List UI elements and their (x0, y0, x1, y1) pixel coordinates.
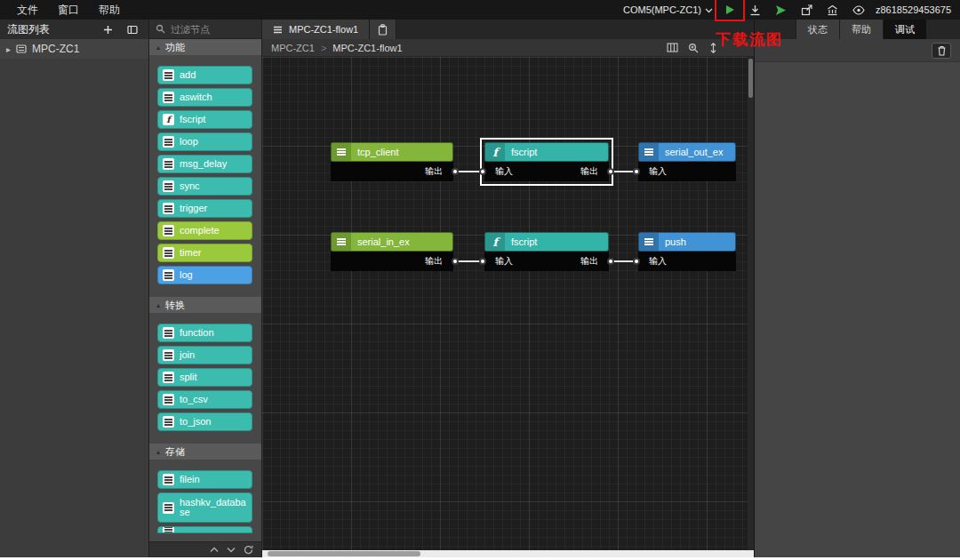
list-icon (639, 143, 659, 161)
output-port-label: 输出 (580, 165, 598, 178)
filter-nodes-input[interactable] (171, 24, 245, 35)
palette-node-fscript[interactable]: fscript (157, 110, 252, 129)
tab-label: MPC-ZC1-flow1 (289, 24, 358, 35)
add-flow-button[interactable] (99, 21, 116, 37)
user-id: z8618529453675 (876, 4, 951, 15)
palette-node-join[interactable]: join (157, 346, 252, 364)
input-port[interactable] (633, 258, 640, 265)
preview-button[interactable] (850, 2, 868, 18)
refresh-icon[interactable] (244, 545, 253, 555)
download-button[interactable] (747, 2, 764, 18)
export-button[interactable] (798, 2, 816, 18)
flow-node-serial_in_ex[interactable]: serial_in_ex输出 (331, 232, 453, 271)
zoom-in-icon[interactable] (688, 43, 699, 53)
palette-node-complete[interactable]: complete (157, 221, 252, 240)
palette-node-hashkv_database[interactable]: hashkv_database (157, 492, 252, 523)
palette-node-label: fscript (180, 115, 205, 124)
palette-node-label: loop (180, 137, 198, 147)
palette-search (149, 20, 261, 39)
palette-node-label: aswitch (180, 92, 212, 102)
flow-node-header: fscript (484, 142, 609, 162)
palette-node-log[interactable]: log (157, 266, 252, 284)
flow-list-header: 流图列表 (0, 20, 148, 39)
bank-icon (827, 4, 838, 16)
menu-help[interactable]: 帮助 (89, 0, 130, 20)
palette-node-label: filein (180, 475, 200, 484)
palette-node-add[interactable]: add (157, 66, 252, 84)
breadcrumb-root[interactable]: MPC-ZC1 (271, 43, 315, 53)
menu-window[interactable]: 窗口 (48, 0, 89, 20)
v-scrollbar[interactable] (748, 57, 754, 550)
palette-node-sync[interactable]: sync (157, 177, 252, 196)
output-port[interactable] (607, 168, 614, 175)
eye-icon (852, 5, 865, 15)
device-selector[interactable]: COM5(MPC-ZC1) (623, 4, 713, 15)
map-icon[interactable] (667, 43, 678, 52)
trash-icon (937, 45, 947, 56)
h-scrollbar[interactable] (262, 550, 754, 557)
sidebar-tabs: 状态 帮助 调试 (755, 20, 960, 39)
list-icon (163, 502, 174, 514)
node-port-bar: 输入输出 (484, 162, 609, 181)
input-port-label: 输入 (649, 165, 667, 178)
flow-node-serial_out_ex[interactable]: serial_out_ex输入 (638, 142, 736, 181)
clear-debug-button[interactable] (932, 43, 951, 59)
tab-clipboard[interactable] (370, 20, 396, 39)
palette-node-to_json[interactable]: to_json (157, 412, 252, 431)
menu-file[interactable]: 文件 (7, 0, 48, 20)
flow-node-tcp_client[interactable]: tcp_client输出 (331, 142, 453, 181)
palette-node-label: sync (180, 181, 200, 191)
h-scrollbar-thumb[interactable] (268, 551, 420, 556)
flow-tree-item[interactable]: ▸ MPC-ZC1 (0, 39, 148, 59)
input-port[interactable] (479, 258, 486, 265)
palette-node-label: timer (180, 248, 201, 258)
palette-node-trigger[interactable]: trigger (157, 199, 252, 218)
output-port[interactable] (452, 168, 459, 175)
palette-node-aswitch[interactable]: aswitch (157, 88, 252, 107)
palette-node-split[interactable]: split (157, 368, 252, 387)
palette-category-header[interactable]: ▴功能 (149, 39, 261, 55)
library-button[interactable] (824, 2, 842, 18)
collapse-down-icon[interactable] (227, 547, 236, 553)
deploy-button[interactable] (772, 2, 790, 18)
palette-node-to_csv[interactable]: to_csv (157, 390, 252, 409)
palette-category-label: 转换 (165, 299, 185, 312)
collapse-up-icon[interactable] (210, 547, 219, 553)
palette-category-header[interactable]: ▴转换 (149, 297, 261, 313)
palette-node-msg_delay[interactable]: msg_delay (157, 155, 252, 173)
palette-node-loop[interactable]: loop (157, 132, 252, 151)
output-port[interactable] (607, 258, 614, 265)
output-port[interactable] (452, 258, 459, 265)
input-port-label: 输入 (495, 165, 513, 178)
breadcrumb-separator: > (321, 43, 326, 53)
debug-output (755, 62, 960, 557)
flow-node-fscript[interactable]: fscript输入输出 (484, 142, 609, 181)
palette-node-filein[interactable]: filein (157, 470, 252, 489)
v-scrollbar-thumb[interactable] (748, 59, 753, 98)
palette-categories: ▴功能addaswitchfscriptloopmsg_delaysynctri… (149, 39, 261, 541)
tab-help[interactable]: 帮助 (839, 20, 883, 39)
palette-node-label: trigger (180, 204, 207, 213)
search-icon (156, 24, 165, 34)
palette-node-function[interactable]: function (157, 324, 252, 342)
flow-canvas[interactable]: tcp_client输出fscript输入输出serial_out_ex输入se… (262, 57, 754, 550)
fit-view-icon[interactable] (708, 43, 718, 53)
input-port[interactable] (479, 168, 486, 175)
expand-panel-button[interactable] (124, 21, 141, 37)
tab-status[interactable]: 状态 (796, 20, 839, 39)
palette-category-header[interactable]: ▴存储 (149, 444, 261, 460)
flow-node-fscript[interactable]: fscript输入输出 (484, 232, 609, 271)
list-icon (163, 180, 174, 192)
clipboard-icon (378, 24, 388, 36)
canvas-toolbar: MPC-ZC1 > MPC-ZC1-flow1 (262, 39, 754, 57)
input-port[interactable] (633, 168, 640, 175)
palette-node-partial[interactable] (157, 526, 252, 533)
plus-icon (103, 25, 113, 35)
tab-debug[interactable]: 调试 (883, 20, 926, 39)
palette-node-timer[interactable]: timer (157, 244, 252, 262)
expand-icon (127, 25, 138, 35)
flow-node-push[interactable]: push输入 (638, 232, 736, 271)
flow-node-header: fscript (484, 232, 609, 252)
tab-flow1[interactable]: MPC-ZC1-flow1 (262, 20, 370, 39)
run-flow-button[interactable]: 下载流图 (721, 2, 739, 18)
